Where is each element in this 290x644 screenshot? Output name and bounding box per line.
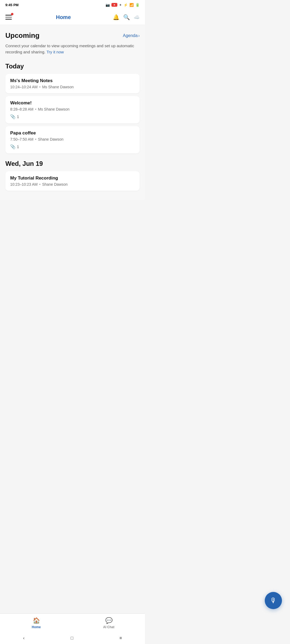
main-content: Upcoming Agenda › Connect your calendar …	[0, 25, 145, 200]
battery-icon: 🔋	[135, 3, 140, 7]
wed-meeting-card-1[interactable]: My Tutorial Recording 10:23–10:23 AM • S…	[5, 171, 140, 191]
menu-badge	[11, 13, 13, 15]
wed-dot-1: •	[39, 182, 41, 186]
upcoming-description: Connect your calendar to view upcoming m…	[5, 43, 140, 55]
upload-icon[interactable]: ☁️	[134, 14, 140, 20]
upcoming-title: Upcoming	[5, 31, 39, 40]
meeting-host-1: Ms Shane Dawson	[42, 85, 74, 89]
meeting-time-2: 8:28–8:28 AM	[10, 107, 33, 111]
status-bar: 9:45 PM 📷 ✦ ⚡ 📶 🔋	[0, 0, 145, 10]
chevron-right-icon: ›	[138, 33, 140, 38]
status-time: 9:45 PM	[5, 3, 19, 7]
notes-icon-2: 📎	[10, 114, 16, 119]
camera-icon: 📷	[106, 3, 110, 7]
wed-meeting-host-1: Shane Dawson	[42, 182, 68, 186]
header-title: Home	[56, 14, 71, 20]
notes-count-2: 1	[17, 115, 19, 119]
meeting-notes-2: 📎 1	[10, 114, 135, 119]
status-icons: 📷 ✦ ⚡ 📶 🔋	[106, 3, 140, 7]
dot-1: •	[39, 85, 41, 89]
dot-3: •	[35, 137, 36, 141]
meeting-time-3: 7:50–7:50 AM	[10, 137, 33, 141]
meeting-meta-2: 8:28–8:28 AM • Ms Shane Dawson	[10, 107, 135, 111]
search-icon[interactable]: 🔍	[123, 14, 130, 20]
signal-icon: ⚡	[124, 3, 128, 7]
meeting-title-1: Ms's Meeting Notes	[10, 78, 135, 83]
wed-meeting-title-1: My Tutorial Recording	[10, 175, 135, 181]
agenda-label: Agenda	[123, 33, 138, 38]
meeting-meta-1: 10:24–10:24 AM • Ms Shane Dawson	[10, 85, 135, 89]
today-section-title: Today	[5, 63, 140, 70]
menu-button[interactable]	[5, 13, 14, 21]
meeting-card-3[interactable]: Papa coffee 7:50–7:50 AM • Shane Dawson …	[5, 126, 140, 153]
meeting-title-2: Welcome!	[10, 100, 135, 106]
try-it-now-link[interactable]: Try it now	[46, 50, 64, 54]
notes-count-3: 1	[17, 145, 19, 149]
meeting-time-1: 10:24–10:24 AM	[10, 85, 38, 89]
meeting-notes-3: 📎 1	[10, 144, 135, 149]
agenda-link[interactable]: Agenda ›	[123, 33, 140, 38]
header: Home 🔔 🔍 ☁️	[0, 10, 145, 25]
dot-2: •	[35, 107, 36, 111]
notes-icon-3: 📎	[10, 144, 16, 149]
meeting-card-2[interactable]: Welcome! 8:28–8:28 AM • Ms Shane Dawson …	[5, 96, 140, 123]
bluetooth-icon: ✦	[119, 3, 122, 7]
meeting-host-3: Shane Dawson	[38, 137, 63, 141]
wed-section-title: Wed, Jun 19	[5, 160, 140, 167]
meeting-card-1[interactable]: Ms's Meeting Notes 10:24–10:24 AM • Ms S…	[5, 74, 140, 93]
recording-icon	[111, 3, 117, 7]
notification-icon[interactable]: 🔔	[113, 14, 119, 20]
meeting-title-3: Papa coffee	[10, 130, 135, 136]
wed-meeting-meta-1: 10:23–10:23 AM • Shane Dawson	[10, 182, 135, 186]
header-actions: 🔔 🔍 ☁️	[113, 14, 140, 20]
meeting-host-2: Ms Shane Dawson	[38, 107, 70, 111]
meeting-meta-3: 7:50–7:50 AM • Shane Dawson	[10, 137, 135, 141]
wed-meeting-time-1: 10:23–10:23 AM	[10, 182, 38, 186]
wifi-icon: 📶	[129, 3, 134, 7]
upcoming-section-header: Upcoming Agenda ›	[5, 31, 140, 40]
